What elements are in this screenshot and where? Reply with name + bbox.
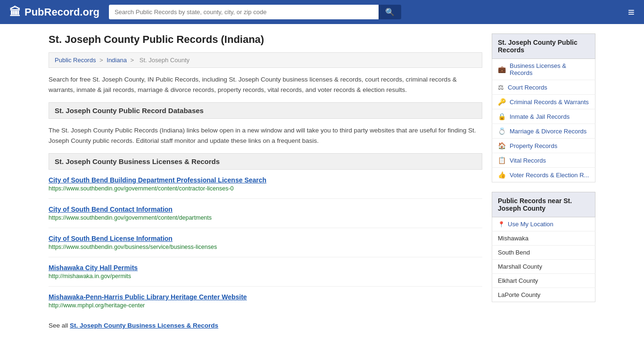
record-entry: City of South Bend Building Department P… (49, 176, 482, 199)
sidebar-nearby-header: Public Records near St. Joseph County (492, 192, 595, 217)
record-url[interactable]: https://www.southbendin.gov/business/ser… (49, 244, 482, 250)
search-input[interactable] (109, 5, 379, 19)
record-title[interactable]: Mishawaka City Hall Permits (49, 264, 482, 272)
business-section-header: St. Joseph County Business Licenses & Re… (49, 153, 482, 170)
sidebar-records-header: St. Joseph County Public Records (492, 33, 595, 59)
search-button[interactable]: 🔍 (379, 5, 401, 19)
records-container: City of South Bend Building Department P… (49, 176, 482, 315)
nearby-item[interactable]: LaPorte County (492, 288, 595, 302)
sidebar-record-item[interactable]: 📋 Vital Records (492, 153, 595, 168)
sidebar-record-item[interactable]: 💼 Business Licenses & Records (492, 59, 595, 80)
see-all: See all St. Joseph County Business Licen… (49, 322, 482, 329)
sidebar-record-label: Vital Records (510, 157, 546, 164)
sidebar-record-item[interactable]: 🔒 Inmate & Jail Records (492, 109, 595, 124)
sidebar-nearby-section: Public Records near St. Joseph County 📍U… (492, 192, 595, 302)
nearby-item[interactable]: South Bend (492, 246, 595, 260)
sidebar-record-icon: ⚖ (498, 83, 504, 91)
record-entry: Mishawaka-Penn-Harris Public Library Her… (49, 293, 482, 315)
breadcrumb-public-records[interactable]: Public Records (55, 57, 96, 64)
sidebar-record-item[interactable]: 👍 Voter Records & Election R... (492, 168, 595, 182)
sidebar: St. Joseph County Public Records 💼 Busin… (492, 33, 595, 329)
record-entry: City of South Bend License Information h… (49, 235, 482, 257)
sidebar-record-icon: 📋 (498, 156, 506, 164)
record-title[interactable]: City of South Bend Contact Information (49, 206, 482, 213)
nearby-item[interactable]: Mishawaka (492, 231, 595, 246)
record-url[interactable]: https://www.southbendin.gov/government/c… (49, 185, 482, 192)
sidebar-records-list: 💼 Business Licenses & Records ⚖ Court Re… (492, 59, 595, 182)
location-icon: 📍 (498, 221, 505, 228)
sidebar-record-icon: 💍 (498, 127, 506, 135)
sidebar-record-label: Inmate & Jail Records (510, 113, 570, 120)
sidebar-record-label: Business Licenses & Records (510, 62, 589, 76)
sidebar-record-icon: 💼 (498, 66, 506, 73)
sidebar-record-icon: 🔒 (498, 113, 506, 120)
see-all-link[interactable]: St. Joseph County Business Licenses & Re… (70, 322, 218, 329)
sidebar-record-item[interactable]: ⚖ Court Records (492, 80, 595, 95)
databases-section-header: St. Joseph County Public Record Database… (49, 102, 482, 119)
sidebar-record-label: Court Records (508, 84, 547, 91)
search-bar: 🔍 (109, 5, 401, 19)
record-url[interactable]: http://www.mphpl.org/heritage-center (49, 302, 482, 309)
record-title[interactable]: City of South Bend License Information (49, 235, 482, 242)
site-logo[interactable]: 🏛 PubRecord.org (9, 6, 99, 19)
sidebar-record-label: Criminal Records & Warrants (510, 99, 589, 106)
sidebar-record-label: Voter Records & Election R... (510, 172, 589, 179)
page-title: St. Joseph County Public Records (Indian… (49, 33, 482, 46)
nearby-label: Elkhart County (498, 277, 538, 284)
sidebar-record-item[interactable]: 🏠 Property Records (492, 139, 595, 153)
breadcrumb-indiana[interactable]: Indiana (107, 57, 127, 64)
sidebar-nearby-list: 📍Use My LocationMishawakaSouth BendMarsh… (492, 217, 595, 302)
nearby-label: Use My Location (508, 221, 553, 228)
breadcrumb: Public Records > Indiana > St. Joseph Co… (49, 52, 482, 68)
main-wrapper: St. Joseph County Public Records (Indian… (39, 24, 605, 338)
breadcrumb-sep-2: > (131, 57, 136, 64)
record-url[interactable]: https://www.southbendin.gov/government/c… (49, 214, 482, 221)
logo-text: PubRecord.org (25, 6, 99, 18)
search-icon: 🔍 (385, 8, 395, 16)
record-title[interactable]: Mishawaka-Penn-Harris Public Library Her… (49, 293, 482, 301)
sidebar-record-label: Marriage & Divorce Records (510, 128, 586, 135)
site-header: 🏛 PubRecord.org 🔍 ≡ (0, 0, 644, 24)
nearby-item[interactable]: Marshall County (492, 260, 595, 274)
sidebar-record-icon: 👍 (498, 171, 506, 179)
page-description: Search for free St. Joseph County, IN Pu… (49, 74, 482, 95)
hamburger-menu[interactable]: ≡ (628, 6, 635, 19)
sidebar-record-label: Property Records (510, 142, 557, 149)
sidebar-record-item[interactable]: 🔑 Criminal Records & Warrants (492, 95, 595, 109)
sidebar-record-item[interactable]: 💍 Marriage & Divorce Records (492, 124, 595, 139)
nearby-label: Marshall County (498, 263, 542, 270)
databases-description: The St. Joseph County Public Records (In… (49, 125, 482, 146)
breadcrumb-county: St. Joseph County (140, 57, 190, 64)
record-title[interactable]: City of South Bend Building Department P… (49, 176, 482, 184)
sidebar-record-icon: 🏠 (498, 142, 506, 149)
record-entry: City of South Bend Contact Information h… (49, 206, 482, 228)
logo-icon: 🏛 (9, 6, 21, 19)
content-area: St. Joseph County Public Records (Indian… (49, 33, 482, 329)
sidebar-records-section: St. Joseph County Public Records 💼 Busin… (492, 33, 595, 182)
nearby-item[interactable]: 📍Use My Location (492, 217, 595, 231)
record-entry: Mishawaka City Hall Permits http://misha… (49, 264, 482, 287)
nearby-item[interactable]: Elkhart County (492, 274, 595, 288)
breadcrumb-sep-1: > (99, 57, 105, 64)
nearby-label: South Bend (498, 249, 530, 256)
sidebar-record-icon: 🔑 (498, 98, 506, 106)
record-url[interactable]: http://mishawaka.in.gov/permits (49, 273, 482, 280)
nearby-label: Mishawaka (498, 235, 528, 242)
nearby-label: LaPorte County (498, 291, 540, 298)
